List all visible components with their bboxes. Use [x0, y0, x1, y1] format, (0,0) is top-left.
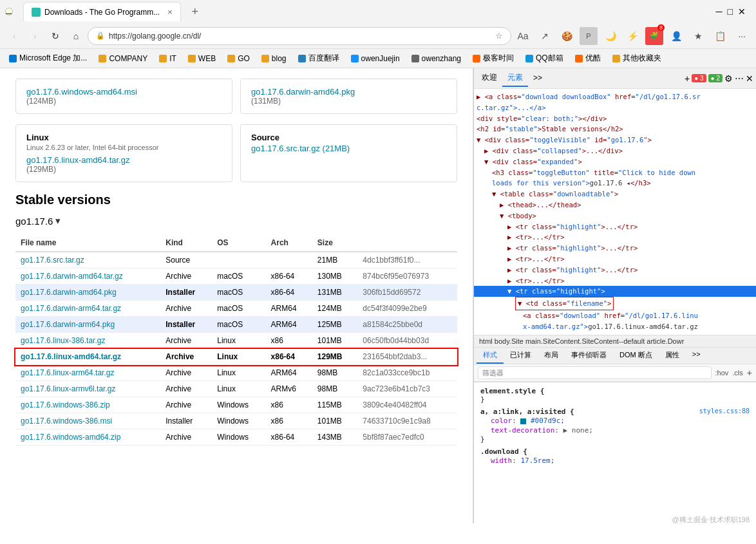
source-link[interactable]: go1.17.6.src.tar.gz (21MB): [251, 144, 350, 153]
file-link[interactable]: go1.17.6.windows-386.zip: [21, 400, 110, 409]
tree-line[interactable]: ▶ <thead>...</thead>: [474, 200, 756, 211]
minimize-icon[interactable]: ─: [716, 6, 723, 17]
tree-line[interactable]: ▼ <td class="filename">: [474, 297, 756, 310]
tree-line[interactable]: ▶ <tr class="highlight">...</tr>: [474, 221, 756, 232]
tree-line[interactable]: ▶ <div class="collapsed">...</div>: [474, 145, 756, 156]
address-star[interactable]: ☆: [495, 31, 503, 41]
darwin-pkg-link[interactable]: go1.17.6.darwin-amd64.pkg: [251, 87, 355, 97]
file-link[interactable]: go1.17.6.src.tar.gz: [21, 256, 84, 265]
bookmark-web[interactable]: WEB: [184, 53, 220, 64]
file-link[interactable]: go1.17.6.darwin-arm64.pkg: [21, 320, 115, 329]
game-icon[interactable]: ⚡: [623, 27, 641, 45]
tree-line[interactable]: ▼ <tbody>: [474, 211, 756, 221]
filter-hov[interactable]: :hov: [715, 369, 729, 377]
file-link[interactable]: go1.17.6.linux-amd64.tar.gz: [21, 352, 121, 361]
tree-line[interactable]: <h3 class="toggleButton" title="Click to…: [474, 167, 756, 178]
menu-icon[interactable]: ···: [733, 27, 751, 45]
filter-plus[interactable]: +: [747, 368, 752, 378]
devtools-close-icon[interactable]: ✕: [746, 73, 753, 84]
browser-tab[interactable]: Downloads - The Go Programm... ×: [23, 2, 181, 21]
bookmark-microsoft-edge[interactable]: Microsoft Edge 加...: [5, 52, 91, 65]
styles-tab-properties[interactable]: 属性: [659, 348, 686, 364]
maximize-icon[interactable]: □: [728, 6, 733, 17]
styles-tab-computed[interactable]: 已计算: [504, 348, 538, 364]
tree-line[interactable]: ▶ <tr>...</tr>: [474, 232, 756, 243]
linux-link[interactable]: go1.17.6.linux-amd64.tar.gz: [26, 155, 129, 165]
file-link[interactable]: go1.17.6.linux-arm64.tar.gz: [21, 368, 114, 377]
bookmark-company[interactable]: COMPANY: [95, 53, 151, 64]
tree-line[interactable]: ▼ <table class="downloadtable">: [474, 189, 756, 200]
devtools-dock-icon[interactable]: ⋯: [735, 73, 744, 84]
bookmark-blog[interactable]: blog: [258, 53, 290, 64]
styles-tab-more[interactable]: >>: [686, 348, 707, 364]
filter-input[interactable]: [478, 366, 712, 379]
styles-tab-dom[interactable]: DOM 断点: [613, 348, 659, 364]
styles-tab-events[interactable]: 事件侦听器: [565, 348, 613, 364]
tree-line-selected[interactable]: ▼ <tr class="highlight">: [474, 286, 756, 297]
filter-bar: :hov .cls +: [474, 364, 756, 382]
tree-line[interactable]: loads for this version">go1.17.6 ◂ </h3>: [474, 178, 756, 189]
tree-line[interactable]: c.tar.gz">...</a>: [474, 102, 756, 113]
back-button[interactable]: ‹: [5, 27, 23, 45]
collections-icon[interactable]: 📋: [711, 27, 729, 45]
extensions-icon[interactable]: 🧩8: [645, 27, 663, 45]
file-link[interactable]: go1.17.6.darwin-amd64.tar.gz: [21, 272, 123, 281]
bookmark-youku[interactable]: 优酷: [571, 52, 605, 65]
tree-line[interactable]: ▼ <div class="toggleVisible" id="go1.17.…: [474, 135, 756, 145]
tree-line[interactable]: <h2 id="stable">Stable versions</h2>: [474, 124, 756, 135]
devtools-tab-elements[interactable]: 元素: [502, 70, 528, 87]
bookmark-it[interactable]: IT: [155, 53, 180, 64]
address-bar[interactable]: 🔒 https://golang.google.cn/dl/ ☆: [88, 27, 511, 45]
tab-close[interactable]: ×: [167, 7, 173, 17]
tree-line[interactable]: x-amd64.tar.gz">go1.17.6.linux-amd64.tar…: [474, 321, 756, 332]
extension-icon1[interactable]: P: [580, 27, 598, 45]
tab-favicon: [32, 8, 41, 17]
new-tab-button[interactable]: +: [186, 3, 204, 21]
file-link[interactable]: go1.17.6.darwin-arm64.tar.gz: [21, 304, 121, 313]
styles-tab-styles[interactable]: 样式: [477, 348, 504, 364]
bookmark-icon: [188, 55, 196, 62]
translate-icon[interactable]: Aa: [514, 27, 532, 45]
styles-tab-layout[interactable]: 布局: [538, 348, 565, 364]
bookmark-geek-time[interactable]: 极客时间: [469, 52, 518, 65]
windows-msi-link[interactable]: go1.17.6.windows-amd64.msi: [26, 87, 137, 97]
minimize-button[interactable]: ─: [5, 8, 13, 15]
tree-line[interactable]: ▼ <div class="expanded">: [474, 156, 756, 167]
tree-line[interactable]: <div style="clear: both;"></div>: [474, 113, 756, 124]
bookmark-owenzhang[interactable]: owenzhang: [408, 53, 465, 64]
tree-line[interactable]: <a class="download" href="/dl/go1.17.6.l…: [474, 310, 756, 321]
close-icon[interactable]: ✕: [738, 6, 746, 17]
tree-line[interactable]: ▶ <tr class="highlight">...</tr>: [474, 265, 756, 276]
home-button[interactable]: ⌂: [67, 27, 85, 45]
file-link[interactable]: go1.17.6.linux-386.tar.gz: [21, 336, 105, 345]
file-link[interactable]: go1.17.6.windows-386.msi: [21, 417, 112, 426]
bookmark-baidu-translate[interactable]: 百度翻译: [294, 52, 343, 65]
forward-button[interactable]: ›: [26, 27, 44, 45]
file-link[interactable]: go1.17.6.windows-amd64.zip: [21, 433, 120, 442]
share-icon[interactable]: ↗: [536, 27, 554, 45]
file-link[interactable]: go1.17.6.linux-armv6l.tar.gz: [21, 384, 115, 393]
table-row: go1.17.6.windows-amd64.zip Archive Windo…: [15, 429, 457, 446]
cookie-icon[interactable]: 🍪: [558, 27, 576, 45]
moon-icon[interactable]: 🌙: [601, 27, 619, 45]
version-arrow[interactable]: ▾: [55, 215, 61, 227]
bookmark-qqmail[interactable]: QQ邮箱: [522, 52, 567, 65]
devtools-tab-more[interactable]: >>: [528, 71, 547, 86]
tree-line[interactable]: ▶ <tr>...</tr>: [474, 276, 756, 286]
bookmark-go[interactable]: GO: [223, 53, 254, 64]
tree-line[interactable]: ▶ <tr>...</tr>: [474, 254, 756, 265]
tree-line[interactable]: ▶ <a class="download downloadBox" href="…: [474, 91, 756, 102]
tree-line[interactable]: ▶ <tr class="highlight">...</tr>: [474, 243, 756, 254]
devtools-tab-welcome[interactable]: 欢迎: [477, 70, 502, 87]
devtools-settings-icon[interactable]: ⚙: [724, 73, 733, 84]
file-link[interactable]: go1.17.6.darwin-amd64.pkg: [21, 288, 117, 297]
favorites-icon[interactable]: ★: [689, 27, 707, 45]
window-buttons: ─ □ ✕: [716, 6, 751, 17]
devtools-new-tab-icon[interactable]: +: [685, 73, 690, 84]
profile-icon[interactable]: 👤: [667, 27, 685, 45]
filter-cls[interactable]: .cls: [732, 369, 743, 377]
bookmark-owenjuejin[interactable]: owenJuejin: [347, 53, 404, 64]
style-source[interactable]: styles.css:88: [699, 408, 750, 416]
bookmark-others[interactable]: 其他收藏夹: [609, 52, 665, 65]
refresh-button[interactable]: ↻: [46, 27, 64, 45]
